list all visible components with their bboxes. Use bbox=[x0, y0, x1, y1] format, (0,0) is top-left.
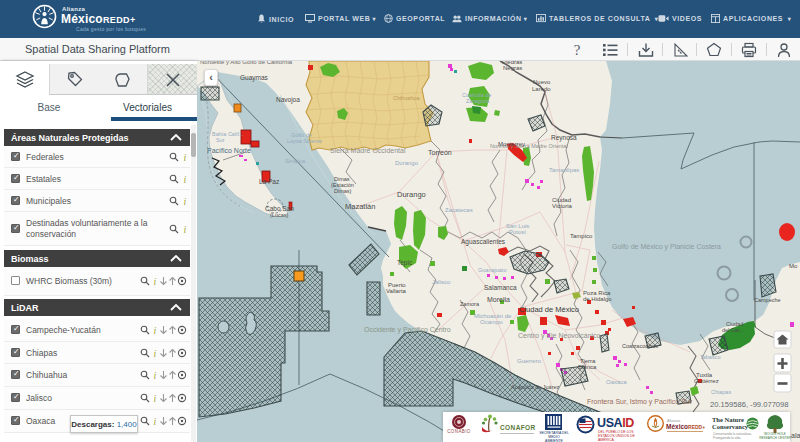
svg-text:Torreón: Torreón bbox=[428, 149, 452, 156]
svg-text:Durango: Durango bbox=[397, 190, 426, 199]
svg-text:Tampico: Tampico bbox=[570, 233, 593, 239]
svg-text:20.159586, -99.077098: 20.159586, -99.077098 bbox=[710, 400, 789, 409]
svg-text:Golfo de México y Planicie Cos: Golfo de México y Planicie Costera bbox=[612, 243, 721, 251]
svg-text:Vallarta: Vallarta bbox=[386, 288, 407, 294]
svg-text:Navojoa: Navojoa bbox=[276, 96, 300, 104]
svg-text:Zaragoza: Zaragoza bbox=[466, 98, 490, 104]
svg-text:Oaxaca: Oaxaca bbox=[606, 379, 627, 385]
svg-text:Sinaloa: Sinaloa bbox=[285, 158, 306, 164]
svg-text:Frontera Sur, Istmo y Pacífico: Frontera Sur, Istmo y Pacífico Sur bbox=[587, 398, 693, 406]
svg-text:Tabasco: Tabasco bbox=[700, 354, 721, 360]
svg-text:i: i bbox=[184, 174, 187, 184]
svg-text:i: i bbox=[154, 393, 157, 403]
svg-text:Pacífico Norte: Pacífico Norte bbox=[207, 147, 251, 154]
svg-text:?: ? bbox=[574, 42, 581, 58]
svg-text:Coatzacoalcos: Coatzacoalcos bbox=[622, 343, 658, 349]
svg-text:Leyva Solente: Leyva Solente bbox=[287, 138, 322, 144]
svg-text:Centro y Eje Neovolcánico: Centro y Eje Neovolcánico bbox=[518, 332, 601, 340]
svg-text:La Paz: La Paz bbox=[259, 178, 279, 185]
svg-text:Guaymas: Guaymas bbox=[240, 74, 269, 82]
svg-text:Dimas): Dimas) bbox=[334, 188, 352, 194]
svg-text:Sur: Sur bbox=[216, 137, 225, 143]
svg-text:Blanca: Blanca bbox=[578, 364, 597, 370]
svg-text:Victoria: Victoria bbox=[552, 203, 573, 209]
svg-text:Mazatlán: Mazatlán bbox=[345, 202, 375, 211]
svg-text:Zacatecas: Zacatecas bbox=[445, 207, 473, 213]
svg-text:Monterrey: Monterrey bbox=[498, 141, 525, 147]
svg-text:Campeche: Campeche bbox=[754, 297, 781, 303]
svg-text:de Hidalgo: de Hidalgo bbox=[583, 296, 612, 302]
svg-text:i: i bbox=[154, 348, 157, 358]
svg-text:Acapulco de Juárez: Acapulco de Juárez bbox=[511, 384, 560, 390]
svg-text:Nuevo: Nuevo bbox=[533, 79, 551, 85]
svg-text:Chiapas: Chiapas bbox=[711, 389, 731, 395]
svg-text:Salamanca: Salamanca bbox=[484, 284, 517, 291]
svg-text:(Lucas): (Lucas) bbox=[270, 212, 289, 218]
svg-text:i: i bbox=[184, 196, 187, 206]
svg-text:i: i bbox=[154, 370, 157, 380]
svg-text:Cabo San: Cabo San bbox=[265, 205, 294, 212]
svg-text:Ocampo: Ocampo bbox=[480, 319, 503, 325]
svg-text:Tepic: Tepic bbox=[397, 259, 413, 267]
svg-text:Mo: Mo bbox=[789, 263, 798, 269]
svg-text:Jalisco: Jalisco bbox=[432, 279, 451, 285]
svg-text:Durango: Durango bbox=[395, 160, 419, 166]
svg-text:del Car...: del Car... bbox=[722, 327, 744, 333]
svg-text:i: i bbox=[184, 224, 187, 234]
svg-text:Negras: Negras bbox=[503, 65, 522, 71]
svg-text:i: i bbox=[154, 276, 157, 286]
svg-text:Chihuahua: Chihuahua bbox=[393, 95, 421, 101]
svg-text:Potosí: Potosí bbox=[509, 229, 526, 235]
svg-text:Reynosa: Reynosa bbox=[551, 134, 577, 142]
svg-text:Ciudad de México: Ciudad de México bbox=[519, 305, 579, 314]
svg-text:i: i bbox=[154, 416, 157, 426]
svg-text:Occidente y Pacífico Centro: Occidente y Pacífico Centro bbox=[364, 326, 451, 334]
svg-text:Noroeste y Alto Golfo de Calif: Noroeste y Alto Golfo de California bbox=[200, 61, 293, 65]
svg-text:Zamora: Zamora bbox=[460, 301, 480, 307]
svg-text:i: i bbox=[154, 325, 157, 335]
svg-text:Laredo: Laredo bbox=[532, 86, 551, 92]
svg-text:Tamaulipas: Tamaulipas bbox=[549, 167, 579, 173]
svg-text:Morelia: Morelia bbox=[487, 296, 510, 303]
svg-text:Guerrero: Guerrero bbox=[517, 358, 542, 364]
svg-text:Guanajuato: Guanajuato bbox=[478, 267, 506, 273]
svg-text:Gutiérrez: Gutiérrez bbox=[694, 378, 719, 384]
svg-text:Sierra Madre Occidental: Sierra Madre Occidental bbox=[330, 147, 406, 154]
svg-text:i: i bbox=[184, 152, 187, 162]
svg-text:Aguascalientes: Aguascalientes bbox=[461, 238, 506, 246]
svg-text:ala: ala bbox=[791, 432, 800, 439]
